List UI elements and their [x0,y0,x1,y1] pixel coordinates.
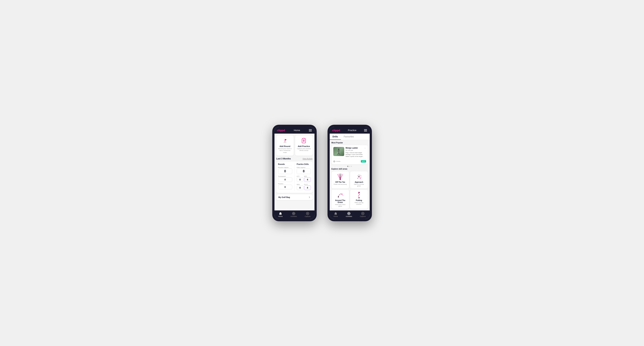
rounds-col: Rounds Rounds Capture 0 Tournament 0 Pra… [278,163,292,191]
menu-button[interactable] [309,129,312,131]
add-round-card[interactable]: Add Round Record your shots in fast or e… [276,135,294,156]
stats-section-header: Last 3 Months View Activity [276,158,313,160]
nav-home-2[interactable]: Home [334,212,338,217]
featured-drill-card[interactable]: Wedge Ladder ☆ 50–100 yds Play 1 shot at… [332,145,368,164]
putting-svg [354,191,364,199]
golfer-silhouette [335,148,342,155]
bottom-nav-practice: Home Activities Captu [330,210,370,219]
activities-icon [292,212,295,215]
bottom-nav-home: Home Activities Captu [274,210,314,219]
drill-desc: Play 1 shot at each target yardage. If y… [346,152,366,158]
skill-name-putting: Putting [356,199,362,201]
add-round-desc: Record your shots in fast or enhanced mo… [278,148,292,154]
app-badge: APP [361,160,366,163]
svg-rect-1 [285,139,285,142]
drill-card-header: Wedge Ladder ☆ 50–100 yds Play 1 shot at… [333,147,366,158]
nav-home[interactable]: Home [278,212,282,217]
svg-point-50 [348,213,349,214]
svg-point-29 [340,179,341,180]
dot-3 [351,166,352,167]
skill-desc-approach: Dial-in to hit the green [352,183,366,187]
app-value: 4 [304,177,311,182]
nav-activities[interactable]: Activities [290,212,297,217]
dot-1 [347,166,348,167]
svg-line-19 [337,151,340,151]
view-activity-link[interactable]: View Activity [302,158,312,160]
svg-point-36 [358,174,359,175]
app-logo: clippd [277,129,285,132]
bag-title: My Golf Bag [278,196,290,198]
stats-title: Last 3 Months [276,158,291,160]
menu-button-2[interactable] [364,129,367,131]
nav-capture[interactable]: Capture [305,212,310,217]
skill-card-around-green[interactable]: Around The Green Hone your short game [332,190,349,209]
svg-line-21 [339,153,340,155]
skill-name-approach: Approach [355,181,363,183]
explore-label: Explore skill areas [332,168,368,170]
putting-icon [354,191,364,199]
my-golf-bag-card[interactable]: My Golf Bag [276,194,313,200]
tab-favourites[interactable]: Favourites [341,134,357,140]
drill-shots: 9 shots [333,161,340,162]
skill-name-off-tee: Off The Tee [335,181,345,183]
svg-point-47 [358,193,359,194]
svg-point-33 [360,177,361,177]
add-practice-card[interactable]: Add Practice Capture your practice off-t… [295,135,313,156]
svg-point-34 [358,178,358,178]
svg-point-31 [360,175,360,176]
drill-info: Wedge Ladder ☆ 50–100 yds Play 1 shot at… [346,147,366,158]
nav-capture-2[interactable]: Capture [360,212,366,217]
tournament-value: 0 [278,177,292,182]
off-tee-icon [336,173,345,180]
ott-label: OTT [297,175,304,177]
practice-content: Most Popular [330,140,370,210]
practice-value: 0 [278,185,292,189]
rounds-title: Rounds [278,163,292,166]
phone-practice: clippd Practice Drills Favourites Most P… [328,125,372,221]
svg-line-20 [338,153,339,155]
skill-card-approach[interactable]: Approach Dial-in to hit the green [350,171,368,188]
putt-label: PUTT [304,184,311,185]
svg-point-39 [342,194,342,195]
arg-label: ARG [297,184,304,185]
ott-value: 0 [297,177,304,182]
drill-thumb-image [333,147,344,156]
approach-svg [354,173,364,180]
svg-line-25 [339,174,340,179]
svg-point-38 [338,196,339,197]
drills-capture-label: Drills Capture [297,167,311,168]
drill-range: 50–100 yds [346,150,366,151]
skill-card-putting[interactable]: Putting Make and lag practice [350,190,368,209]
quick-actions: Add Round Record your shots in fast or e… [276,135,313,156]
svg-point-48 [358,192,360,193]
tab-drills[interactable]: Drills [330,134,341,140]
shots-icon [333,161,335,162]
skill-desc-putting: Make and lag practice [352,202,366,205]
home-icon [279,212,282,215]
drill-name: Wedge Ladder [346,147,358,149]
home-icon-2 [334,212,337,215]
practice-label: Practice [278,183,292,184]
capture-icon [306,212,309,215]
off-tee-svg [336,173,345,180]
svg-point-35 [360,178,361,179]
drill-footer: 9 shots APP [333,159,366,163]
skill-desc-around-green: Hone your short game [333,204,348,207]
svg-point-9 [293,213,294,214]
svg-point-46 [359,194,360,195]
chevron-right-icon [308,196,310,198]
skill-card-off-tee[interactable]: Off The Tee Power and accuracy [332,171,349,188]
svg-point-23 [334,161,334,162]
rounds-capture-label: Rounds Capture [278,167,292,168]
svg-line-27 [340,174,342,179]
home-content: Add Round Record your shots in fast or e… [274,134,314,210]
add-practice-title: Add Practice [298,145,310,147]
star-icon[interactable]: ☆ [364,147,366,150]
stats-card: Rounds Rounds Capture 0 Tournament 0 Pra… [276,162,313,193]
phone-home: clippd Home Ad [272,125,317,221]
home-title: Home [294,129,300,132]
svg-rect-4 [303,138,305,139]
flag-icon [282,138,288,144]
capture-icon-2 [361,212,364,215]
nav-activities-2[interactable]: Activities [346,212,352,217]
